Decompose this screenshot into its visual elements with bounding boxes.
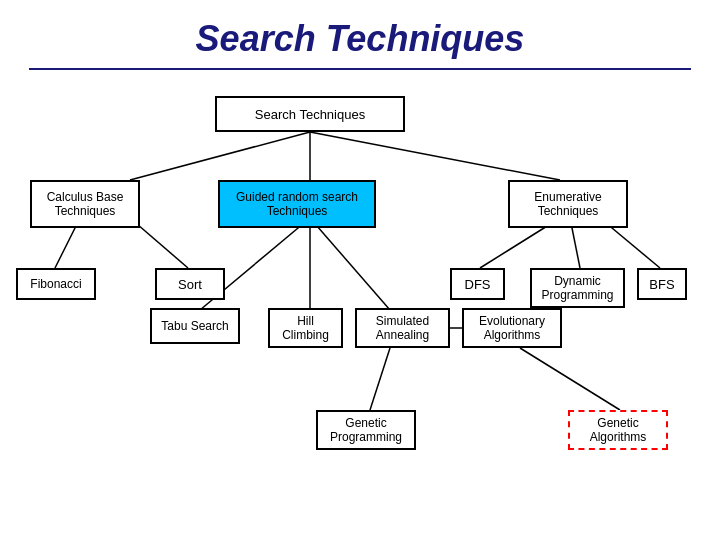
diagram-area: Search Techniques Calculus Base Techniqu… — [0, 80, 720, 540]
svg-line-7 — [310, 218, 390, 310]
hill-node: Hill Climbing — [268, 308, 343, 348]
svg-line-0 — [130, 132, 310, 180]
evolutionary-node: Evolutionary Algorithms — [462, 308, 562, 348]
main-title: Search Techniques — [0, 0, 720, 68]
simulated-node: Simulated Annealing — [355, 308, 450, 348]
tabu-node: Tabu Search — [150, 308, 240, 344]
sort-node: Sort — [155, 268, 225, 300]
svg-line-11 — [370, 348, 390, 410]
genetic-prog-node: Genetic Programming — [316, 410, 416, 450]
root-node: Search Techniques — [215, 96, 405, 132]
dynamic-node: Dynamic Programming — [530, 268, 625, 308]
svg-line-2 — [310, 132, 560, 180]
fibonacci-node: Fibonacci — [16, 268, 96, 300]
genetic-algo-node: Genetic Algorithms — [568, 410, 668, 450]
guided-node: Guided random search Techniques — [218, 180, 376, 228]
enumerative-node: Enumerative Techniques — [508, 180, 628, 228]
calculus-node: Calculus Base Techniques — [30, 180, 140, 228]
svg-line-12 — [520, 348, 620, 410]
title-underline — [29, 68, 691, 70]
dfs-node: DFS — [450, 268, 505, 300]
bfs-node: BFS — [637, 268, 687, 300]
